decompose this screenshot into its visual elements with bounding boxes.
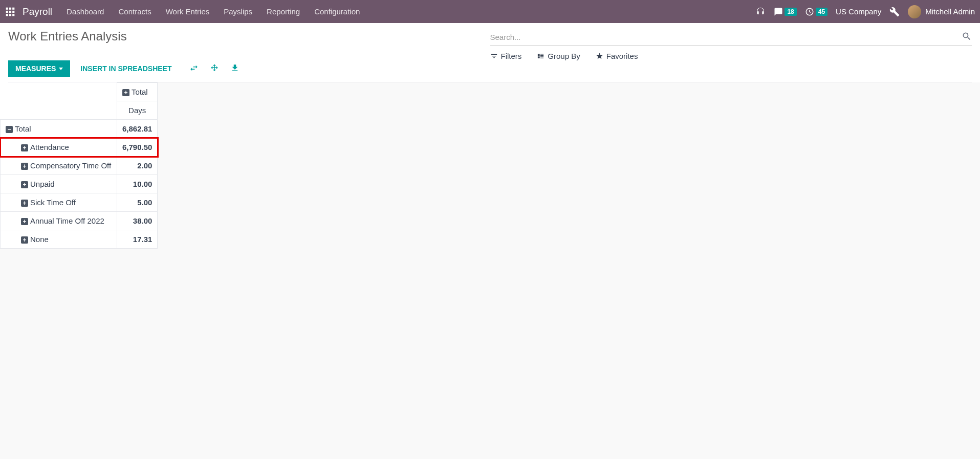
measure-header: Days <box>117 101 158 120</box>
svg-rect-5 <box>12 10 14 12</box>
plus-icon[interactable]: + <box>21 236 28 244</box>
pivot-row-unpaid: +Unpaid 10.00 <box>1 175 158 193</box>
favorites-label: Favorites <box>606 52 638 60</box>
nav-dashboard[interactable]: Dashboard <box>67 7 104 16</box>
apps-icon[interactable] <box>5 7 15 17</box>
username: Mitchell Admin <box>925 7 975 16</box>
row-label: Attendance <box>30 143 69 151</box>
search-bar <box>490 29 972 46</box>
row-value: 38.00 <box>117 212 158 230</box>
measures-label: MEASURES <box>15 64 56 73</box>
plus-icon[interactable]: + <box>21 163 28 170</box>
svg-rect-0 <box>6 7 8 9</box>
row-label: None <box>30 235 49 244</box>
nav-contracts[interactable]: Contracts <box>118 7 151 16</box>
row-header-none[interactable]: +None <box>1 230 117 249</box>
user-menu[interactable]: Mitchell Admin <box>908 5 975 18</box>
support-icon[interactable] <box>755 7 766 17</box>
insert-spreadsheet-link[interactable]: INSERT IN SPREADSHEET <box>80 64 171 73</box>
pivot-row-none: +None 17.31 <box>1 230 158 249</box>
row-header-sick[interactable]: +Sick Time Off <box>1 193 117 212</box>
row-header-unpaid[interactable]: +Unpaid <box>1 175 117 193</box>
top-navbar: Payroll Dashboard Contracts Work Entries… <box>0 0 980 23</box>
activities-badge: 45 <box>816 8 827 16</box>
caret-down-icon <box>59 68 63 70</box>
search-input[interactable] <box>490 33 962 41</box>
measures-button[interactable]: MEASURES <box>8 60 70 77</box>
col-total-header[interactable]: +Total <box>117 83 158 101</box>
nav-menu: Dashboard Contracts Work Entries Payslip… <box>67 7 360 16</box>
nav-configuration[interactable]: Configuration <box>314 7 360 16</box>
row-label: Sick Time Off <box>30 198 76 207</box>
groupby-label: Group By <box>548 52 580 60</box>
plus-icon[interactable]: + <box>21 144 28 151</box>
page-title: Work Entries Analysis <box>8 29 127 43</box>
row-header-attendance[interactable]: +Attendance <box>1 138 117 157</box>
expand-icon[interactable] <box>210 63 219 74</box>
row-value: 5.00 <box>117 193 158 212</box>
svg-rect-8 <box>12 14 14 16</box>
nav-right: 18 45 US Company Mitchell Admin <box>755 5 975 18</box>
brand-title[interactable]: Payroll <box>23 6 52 17</box>
pivot-row-annual: +Annual Time Off 2022 38.00 <box>1 212 158 230</box>
row-header-annual[interactable]: +Annual Time Off 2022 <box>1 212 117 230</box>
plus-icon[interactable]: + <box>21 181 28 188</box>
svg-rect-1 <box>9 7 11 9</box>
messages-icon[interactable]: 18 <box>774 7 796 16</box>
groupby-button[interactable]: Group By <box>537 52 580 60</box>
avatar <box>908 5 921 18</box>
svg-rect-6 <box>6 14 8 16</box>
company-selector[interactable]: US Company <box>836 7 881 16</box>
pivot-total-row: −Total 6,862.81 <box>1 120 158 138</box>
pivot-row-compensatory: +Compensatory Time Off 2.00 <box>1 157 158 175</box>
row-header-compensatory[interactable]: +Compensatory Time Off <box>1 157 117 175</box>
row-value: 10.00 <box>117 175 158 193</box>
filter-row: Filters Group By Favorites <box>490 52 972 60</box>
search-icon[interactable] <box>962 31 972 43</box>
flip-axis-icon[interactable] <box>189 63 199 74</box>
filters-button[interactable]: Filters <box>490 52 522 60</box>
filters-label: Filters <box>501 52 522 60</box>
messages-badge: 18 <box>785 8 796 16</box>
pivot-content: +Total Days −Total 6,862.81 +Attendance … <box>0 82 980 250</box>
toolbar: MEASURES INSERT IN SPREADSHEET <box>8 60 972 82</box>
row-label: Annual Time Off 2022 <box>30 216 104 225</box>
favorites-button[interactable]: Favorites <box>596 52 638 60</box>
row-value: 2.00 <box>117 157 158 175</box>
svg-rect-2 <box>12 7 14 9</box>
row-value: 17.31 <box>117 230 158 249</box>
row-total-label: Total <box>15 124 31 133</box>
minus-icon[interactable]: − <box>6 126 13 133</box>
nav-payslips[interactable]: Payslips <box>224 7 252 16</box>
total-value: 6,862.81 <box>117 120 158 138</box>
pivot-row-attendance: +Attendance 6,790.50 <box>1 138 158 157</box>
row-label: Unpaid <box>30 180 55 188</box>
plus-icon[interactable]: + <box>122 89 129 96</box>
row-value: 6,790.50 <box>117 138 158 157</box>
row-label: Compensatory Time Off <box>30 161 111 170</box>
svg-rect-4 <box>9 10 11 12</box>
svg-rect-7 <box>9 14 11 16</box>
col-total-label: Total <box>132 88 148 96</box>
plus-icon[interactable]: + <box>21 218 28 225</box>
pivot-corner <box>1 83 117 120</box>
plus-icon[interactable]: + <box>21 200 28 207</box>
pivot-table: +Total Days −Total 6,862.81 +Attendance … <box>0 82 158 249</box>
nav-reporting[interactable]: Reporting <box>267 7 300 16</box>
control-panel: Work Entries Analysis Filters Group By <box>0 23 980 82</box>
pivot-row-sick: +Sick Time Off 5.00 <box>1 193 158 212</box>
activities-icon[interactable]: 45 <box>805 7 827 16</box>
svg-rect-3 <box>6 10 8 12</box>
debug-icon[interactable] <box>889 7 900 17</box>
row-total-header[interactable]: −Total <box>1 120 117 138</box>
download-icon[interactable] <box>230 63 239 74</box>
nav-work-entries[interactable]: Work Entries <box>166 7 210 16</box>
